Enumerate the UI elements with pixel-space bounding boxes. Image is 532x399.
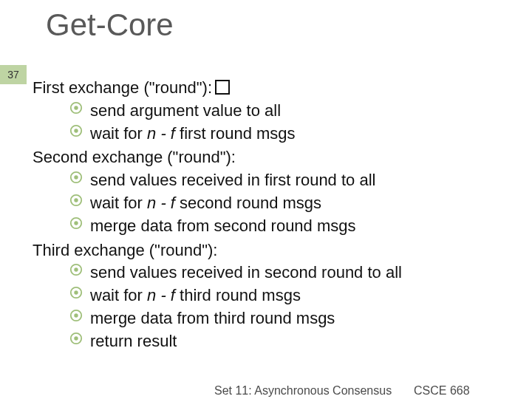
bullet-text: send values received in second round to … xyxy=(90,263,402,282)
svg-point-7 xyxy=(74,198,78,202)
bullet-icon xyxy=(69,309,83,322)
section: First exchange ("round"):send argument v… xyxy=(33,77,513,145)
list-item: wait for n - f first round msgs xyxy=(69,123,513,146)
list-item: wait for n - f second round msgs xyxy=(69,192,513,215)
bullet-text: merge data from third round msgs xyxy=(90,309,335,327)
slide: Get-Core 37 First exchange ("round"):sen… xyxy=(0,0,532,399)
section-heading: Second exchange ("round"): xyxy=(33,146,513,169)
section-heading: Third exchange ("round"): xyxy=(33,239,513,262)
bullet-icon xyxy=(69,216,83,230)
bullet-icon xyxy=(69,332,83,345)
bullet-icon xyxy=(69,286,83,299)
bullet-list: send values received in second round to … xyxy=(33,262,513,352)
bullet-icon xyxy=(69,194,83,207)
bullet-em: n - f xyxy=(147,286,175,304)
bullet-text: send values received in first round to a… xyxy=(90,171,375,189)
bullet-list: send argument value to allwait for n - f… xyxy=(33,100,513,146)
svg-point-17 xyxy=(74,336,78,340)
section-heading-text: Second exchange ("round"): xyxy=(33,148,236,166)
bullet-text-post: third round msgs xyxy=(175,286,301,304)
bullet-text: return result xyxy=(90,332,177,350)
list-item: send values received in first round to a… xyxy=(69,169,513,192)
list-item: wait for n - f third round msgs xyxy=(69,284,513,307)
bullet-text: wait for xyxy=(90,194,147,212)
svg-point-5 xyxy=(74,175,78,179)
section-heading-text: First exchange ("round"): xyxy=(33,78,212,97)
list-item: send values received in second round to … xyxy=(69,262,513,284)
bullet-em: n - f xyxy=(147,124,175,143)
section: Second exchange ("round"):send values re… xyxy=(33,146,513,237)
svg-point-15 xyxy=(74,313,78,317)
bullet-icon xyxy=(69,101,83,115)
content-body: First exchange ("round"):send argument v… xyxy=(33,77,513,355)
bullet-text-post: second round msgs xyxy=(175,194,321,212)
bullet-text-post: first round msgs xyxy=(175,124,296,143)
section-heading: First exchange ("round"): xyxy=(33,77,513,100)
bullet-em: n - f xyxy=(147,194,175,212)
list-item: return result xyxy=(69,330,513,353)
svg-point-3 xyxy=(74,129,78,132)
bullet-icon xyxy=(69,263,83,276)
page-number-badge: 37 xyxy=(0,65,27,84)
svg-point-13 xyxy=(74,290,78,294)
bullet-text: send argument value to all xyxy=(90,101,281,120)
list-item: send argument value to all xyxy=(69,100,513,123)
section: Third exchange ("round"):send values rec… xyxy=(33,239,513,353)
section-heading-text: Third exchange ("round"): xyxy=(33,241,217,259)
bullet-text: wait for xyxy=(90,124,147,143)
bullet-icon xyxy=(69,171,83,184)
list-item: merge data from second round msgs xyxy=(69,215,513,238)
list-item: merge data from third round msgs xyxy=(69,307,513,330)
bullet-text: wait for xyxy=(90,286,147,304)
bullet-list: send values received in first round to a… xyxy=(33,169,513,237)
svg-point-11 xyxy=(74,268,78,272)
svg-point-9 xyxy=(74,221,78,225)
bullet-text: merge data from second round msgs xyxy=(90,216,356,235)
placeholder-box-icon xyxy=(215,80,230,95)
bullet-icon xyxy=(69,124,83,137)
svg-point-1 xyxy=(74,106,78,109)
footer-left: Set 11: Asynchronous Consensus xyxy=(214,384,392,398)
footer-right: CSCE 668 xyxy=(414,384,470,398)
page-title: Get-Core xyxy=(46,7,174,43)
